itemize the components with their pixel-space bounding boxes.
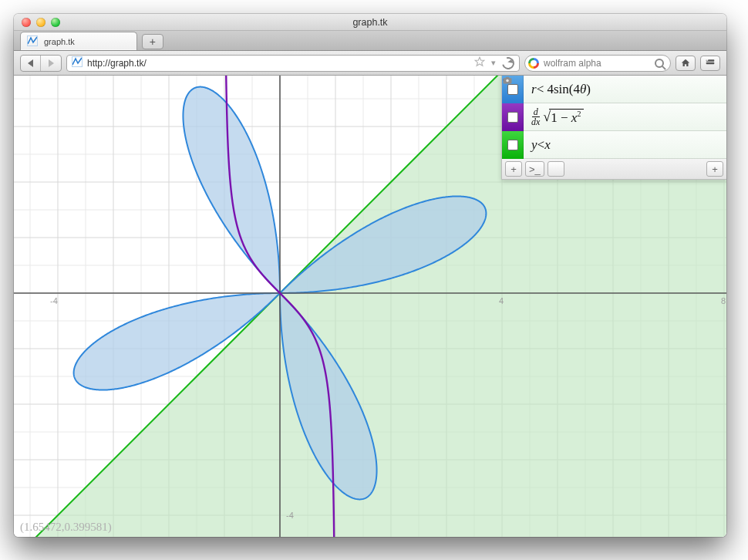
nav-buttons bbox=[20, 55, 62, 72]
chevron-right-icon bbox=[49, 59, 54, 67]
forward-button[interactable] bbox=[41, 56, 61, 71]
equation-panel-controls: + >_ + bbox=[502, 159, 726, 179]
equation-row[interactable]: y < x bbox=[502, 131, 726, 159]
graphtk-favicon bbox=[27, 35, 38, 48]
home-button[interactable] bbox=[676, 56, 696, 71]
toolbar: http://graph.tk/ ▾ wolfram alpha bbox=[14, 51, 726, 76]
app-window: graph.tk graph.tk + http://graph.tk/ ▾ bbox=[14, 14, 726, 537]
graph-viewport[interactable]: -448-44 r < 4sin(4θ) ddx√1 − x2 y < x bbox=[14, 76, 726, 537]
equation-row[interactable]: ddx√1 − x2 bbox=[502, 103, 726, 131]
window-title: graph.tk bbox=[14, 17, 726, 28]
console-button[interactable]: >_ bbox=[525, 161, 544, 177]
equation-panel: r < 4sin(4θ) ddx√1 − x2 y < x + >_ bbox=[501, 76, 726, 180]
titlebar: graph.tk bbox=[14, 14, 726, 31]
color-swatch[interactable] bbox=[502, 131, 524, 159]
search-placeholder: wolfram alpha bbox=[544, 58, 655, 69]
color-swatch[interactable] bbox=[502, 103, 524, 131]
svg-text:8: 8 bbox=[721, 296, 726, 305]
bookmarks-button[interactable] bbox=[700, 56, 720, 71]
expand-panel-button[interactable]: + bbox=[706, 161, 723, 177]
browser-tab[interactable]: graph.tk bbox=[20, 32, 137, 50]
equation-expression[interactable]: r < 4sin(4θ) bbox=[524, 82, 598, 97]
svg-text:-4: -4 bbox=[286, 511, 294, 520]
tab-bar: graph.tk + bbox=[14, 31, 726, 51]
cursor-coordinates: (1.65472,0.399581) bbox=[20, 521, 112, 534]
equation-row[interactable]: r < 4sin(4θ) bbox=[502, 76, 726, 103]
visibility-checkbox[interactable] bbox=[507, 84, 518, 95]
visibility-checkbox[interactable] bbox=[507, 140, 518, 150]
svg-point-89 bbox=[506, 79, 509, 83]
url-text: http://graph.tk/ bbox=[87, 58, 147, 69]
graphtk-favicon bbox=[72, 56, 83, 69]
reload-icon[interactable] bbox=[500, 55, 517, 72]
star-icon[interactable] bbox=[474, 56, 485, 69]
visibility-checkbox[interactable] bbox=[507, 112, 518, 123]
svg-text:4: 4 bbox=[499, 296, 504, 305]
chevron-left-icon bbox=[28, 59, 33, 67]
svg-rect-4 bbox=[706, 62, 715, 63]
svg-marker-2 bbox=[475, 57, 484, 66]
google-icon bbox=[528, 58, 539, 69]
equation-expression[interactable]: y < x bbox=[524, 137, 558, 153]
equation-expression[interactable]: ddx√1 − x2 bbox=[524, 107, 591, 127]
search-bar[interactable]: wolfram alpha bbox=[524, 55, 671, 72]
magnifier-icon bbox=[655, 59, 664, 68]
screenshot-button[interactable] bbox=[548, 161, 564, 177]
svg-text:-4: -4 bbox=[50, 296, 58, 305]
url-bar[interactable]: http://graph.tk/ ▾ bbox=[66, 55, 520, 72]
browser-tab-title: graph.tk bbox=[44, 37, 75, 46]
add-equation-button[interactable]: + bbox=[505, 161, 522, 177]
new-tab-button[interactable]: + bbox=[142, 34, 163, 49]
back-button[interactable] bbox=[21, 56, 41, 71]
